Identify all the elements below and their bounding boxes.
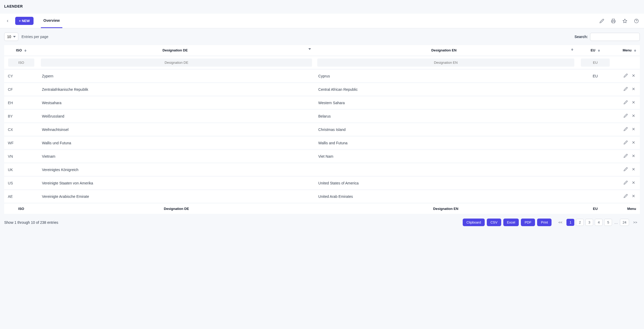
pagination-page-2[interactable]: 2	[576, 219, 584, 226]
pagination-first-button[interactable]: <<	[556, 219, 565, 226]
row-delete-button[interactable]	[631, 180, 636, 186]
print-button[interactable]	[610, 18, 617, 24]
page-title: LAENDER	[4, 4, 640, 8]
chevron-left-icon	[6, 19, 9, 23]
cell-iso: WF	[4, 137, 38, 149]
star-icon	[623, 19, 627, 23]
table-row: USVereinigte Staaten von AmerikaUnited S…	[4, 177, 640, 189]
sort-icon	[634, 49, 636, 52]
cell-de: Wallis und Futuna	[38, 137, 315, 149]
row-edit-button[interactable]	[623, 180, 628, 186]
cell-iso: BY	[4, 110, 38, 122]
cell-en: Central African Republic	[315, 83, 577, 95]
column-header-label: ISO	[16, 48, 22, 52]
close-icon	[631, 194, 636, 199]
export-excel-button[interactable]: Excel	[503, 219, 519, 226]
close-icon	[631, 114, 636, 119]
back-button[interactable]	[4, 18, 11, 24]
filter-eu-input[interactable]	[581, 59, 610, 67]
row-edit-button[interactable]	[623, 86, 628, 92]
favorite-button[interactable]	[621, 18, 628, 24]
pencil-icon	[624, 154, 628, 159]
row-edit-button[interactable]	[623, 73, 628, 79]
pencil-icon	[624, 194, 628, 199]
close-icon	[631, 100, 636, 105]
pencil-icon	[624, 140, 628, 145]
cell-de: Weißrussland	[38, 110, 315, 122]
cell-iso: EH	[4, 97, 38, 109]
column-header-eu[interactable]: EU	[577, 45, 614, 55]
help-button[interactable]	[633, 18, 640, 24]
search-input[interactable]	[590, 33, 640, 41]
table-row: UKVereinigtes Königreich	[4, 163, 640, 176]
row-delete-button[interactable]	[631, 126, 636, 132]
sort-icon	[571, 48, 573, 51]
column-header-label: Designation DE	[162, 48, 188, 52]
column-header-iso[interactable]: ISO	[4, 45, 38, 55]
print-icon	[611, 19, 616, 23]
pagination-page-24[interactable]: 24	[620, 219, 629, 226]
pagination-last-button[interactable]: >>	[631, 219, 640, 226]
close-icon	[631, 140, 636, 145]
pagination-page-5[interactable]: 5	[604, 219, 612, 226]
export-pdf-button[interactable]: PDF	[521, 219, 535, 226]
sort-icon	[24, 49, 26, 52]
footer-header-eu: EU	[577, 204, 614, 214]
new-button[interactable]: + NEW	[15, 17, 34, 25]
export-csv-button[interactable]: CSV	[487, 219, 501, 226]
cell-en: Viet Nam	[315, 150, 577, 162]
cell-de: Westsahara	[38, 97, 315, 109]
table-row: CXWeihnachtsinselChristmas Island	[4, 123, 640, 136]
pagination-ellipsis: …	[614, 220, 618, 225]
footer-header-en: Designation EN	[315, 204, 577, 214]
column-header-designation-de[interactable]: Designation DE	[38, 45, 315, 55]
cell-eu	[577, 150, 614, 162]
cell-iso: CF	[4, 83, 38, 95]
table-info: Show 1 through 10 of 238 entries	[4, 220, 58, 225]
row-edit-button[interactable]	[623, 113, 628, 119]
page-size-select[interactable]: 10	[4, 33, 18, 41]
tab-overview[interactable]: Overview	[41, 14, 62, 28]
filter-en-input[interactable]	[317, 59, 574, 67]
table-row: WFWallis und FutunaWallis and Futuna	[4, 137, 640, 149]
close-icon	[631, 87, 636, 92]
table-row: BYWeißrusslandBelarus	[4, 110, 640, 122]
pencil-icon	[624, 100, 628, 105]
pencil-icon	[624, 114, 628, 119]
sort-desc-icon	[308, 48, 311, 50]
pencil-icon	[624, 127, 628, 132]
row-delete-button[interactable]	[631, 193, 636, 199]
row-delete-button[interactable]	[631, 86, 636, 92]
row-delete-button[interactable]	[631, 100, 636, 106]
filter-de-input[interactable]	[41, 59, 312, 67]
cell-eu	[577, 177, 614, 189]
row-edit-button[interactable]	[623, 167, 628, 173]
row-delete-button[interactable]	[631, 140, 636, 146]
row-edit-button[interactable]	[623, 140, 628, 146]
column-header-designation-en[interactable]: Designation EN	[315, 45, 577, 55]
row-delete-button[interactable]	[631, 113, 636, 119]
row-edit-button[interactable]	[623, 100, 628, 106]
export-print-button[interactable]: Print	[537, 219, 552, 226]
countries-table: ISO Designation DE Designation EN	[4, 44, 640, 215]
row-edit-button[interactable]	[623, 126, 628, 132]
row-edit-button[interactable]	[623, 153, 628, 159]
row-delete-button[interactable]	[631, 73, 636, 79]
edit-button[interactable]	[598, 18, 605, 24]
cell-eu	[577, 137, 614, 149]
pagination-page-1[interactable]: 1	[566, 219, 574, 226]
entries-label: Entries per page	[21, 35, 48, 39]
row-delete-button[interactable]	[631, 153, 636, 159]
cell-eu	[577, 97, 614, 109]
cell-eu	[577, 83, 614, 95]
table-row: CYZypernCyprusEU	[4, 70, 640, 82]
svg-rect-0	[612, 21, 615, 23]
pagination-page-4[interactable]: 4	[595, 219, 603, 226]
pagination-page-3[interactable]: 3	[585, 219, 593, 226]
cell-iso: CY	[4, 70, 38, 82]
row-delete-button[interactable]	[631, 167, 636, 173]
cell-de: Zypern	[38, 70, 315, 82]
export-clipboard-button[interactable]: Clipboard	[463, 219, 485, 226]
filter-iso-input[interactable]	[8, 59, 34, 67]
row-edit-button[interactable]	[623, 193, 628, 199]
